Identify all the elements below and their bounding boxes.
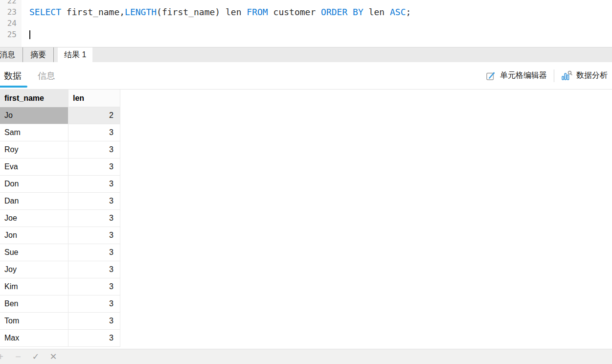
sql-statement: SELECT first_name,LENGTH(first_name) len…: [29, 7, 411, 17]
record-toolbar: + − ✓ ✕: [0, 349, 612, 364]
tab-summary[interactable]: 摘要: [23, 47, 54, 62]
sql-editor[interactable]: 22 23 24 25 SELECT first_name,LENGTH(fir…: [0, 0, 612, 47]
sql-code-area[interactable]: SELECT first_name,LENGTH(first_name) len…: [22, 0, 612, 47]
cell-first-name[interactable]: Roy: [0, 141, 68, 159]
cell-len[interactable]: 3: [68, 313, 120, 330]
table-row[interactable]: Jon3: [0, 227, 612, 244]
cell-first-name[interactable]: Ben: [0, 296, 68, 313]
sql-text: first_name,: [61, 7, 125, 17]
cell-first-name[interactable]: Jo: [0, 107, 68, 124]
table-row[interactable]: Dan3: [0, 193, 612, 210]
cell-len[interactable]: 3: [68, 278, 120, 296]
cell-first-name[interactable]: Dan: [0, 193, 68, 210]
delete-record-icon[interactable]: −: [9, 351, 27, 363]
sql-text: len: [363, 7, 390, 17]
cell-first-name[interactable]: Don: [0, 176, 68, 193]
add-record-icon[interactable]: +: [0, 351, 9, 363]
cell-len[interactable]: 3: [68, 176, 120, 193]
cell-len[interactable]: 3: [68, 296, 120, 313]
column-header-first-name[interactable]: first_name: [0, 90, 68, 107]
toolbar-actions: 单元格编辑器 数据分析: [486, 62, 608, 89]
apply-changes-icon[interactable]: ✓: [27, 351, 45, 362]
table-row[interactable]: Joe3: [0, 210, 612, 227]
data-analysis-button[interactable]: 数据分析: [561, 70, 608, 81]
table-row[interactable]: Sue3: [0, 244, 612, 261]
cell-len[interactable]: 3: [68, 141, 120, 159]
cell-first-name[interactable]: Jon: [0, 227, 68, 244]
table-row[interactable]: Tom3: [0, 313, 612, 330]
line-number: 24: [0, 18, 17, 29]
active-tab-underline: [0, 86, 27, 88]
table-row[interactable]: Joy3: [0, 261, 612, 278]
tab-info-label: 信息: [38, 70, 55, 82]
cell-len[interactable]: 3: [68, 124, 120, 141]
line-number-gutter: 22 23 24 25: [0, 0, 22, 47]
sql-keyword: SELECT: [29, 7, 61, 17]
table-row[interactable]: Roy3: [0, 141, 612, 159]
cell-editor-button[interactable]: 单元格编辑器: [486, 70, 547, 81]
line-number: 23: [0, 6, 17, 18]
grid-header: first_name len: [0, 90, 612, 107]
table-row[interactable]: Ben3: [0, 296, 612, 313]
cell-first-name[interactable]: Joe: [0, 210, 68, 227]
cell-len[interactable]: 2: [68, 107, 120, 124]
cell-first-name[interactable]: Sam: [0, 124, 68, 141]
column-header-len[interactable]: len: [68, 90, 120, 107]
table-row[interactable]: Don3: [0, 176, 612, 193]
sql-keyword: ORDER BY: [321, 7, 363, 17]
sql-keyword: LENGTH: [125, 7, 157, 17]
cell-len[interactable]: 3: [68, 193, 120, 210]
sql-line-25[interactable]: [29, 29, 612, 40]
cell-first-name[interactable]: Sue: [0, 244, 68, 261]
cell-len[interactable]: 3: [68, 261, 120, 278]
sql-line-24[interactable]: [29, 18, 612, 29]
table-row[interactable]: Max3: [0, 330, 612, 347]
table-row[interactable]: Eva3: [0, 159, 612, 176]
sql-text: ;: [406, 7, 411, 17]
data-analysis-label: 数据分析: [576, 70, 608, 81]
toolbar-divider: [554, 69, 554, 82]
cell-len[interactable]: 3: [68, 330, 120, 347]
table-row[interactable]: Jo2: [0, 107, 612, 124]
cell-first-name[interactable]: Kim: [0, 278, 68, 296]
sql-line-23[interactable]: SELECT first_name,LENGTH(first_name) len…: [29, 6, 612, 18]
table-row[interactable]: Sam3: [0, 124, 612, 141]
chart-search-icon: [561, 70, 573, 81]
pencil-edit-icon: [486, 70, 497, 81]
sql-text: (first_name) len: [157, 7, 247, 17]
cell-len[interactable]: 3: [68, 210, 120, 227]
tab-messages[interactable]: 消息: [0, 47, 23, 62]
tab-info[interactable]: 信息: [38, 62, 55, 89]
cell-len[interactable]: 3: [68, 227, 120, 244]
table-row[interactable]: Kim3: [0, 278, 612, 296]
cell-len[interactable]: 3: [68, 159, 120, 176]
sql-line-22[interactable]: [29, 0, 612, 6]
tab-data-label: 数据: [4, 70, 22, 82]
result-grid: first_name len Jo2Sam3Roy3Eva3Don3Dan3Jo…: [0, 90, 612, 349]
cell-first-name[interactable]: Joy: [0, 261, 68, 278]
discard-changes-icon[interactable]: ✕: [45, 351, 62, 362]
cell-first-name[interactable]: Eva: [0, 159, 68, 176]
result-view-toolbar: 数据 信息 单元格编辑器: [0, 62, 612, 90]
sql-keyword: FROM: [247, 7, 268, 17]
sql-text: customer: [268, 7, 321, 17]
query-result-window: 22 23 24 25 SELECT first_name,LENGTH(fir…: [0, 0, 612, 364]
text-cursor: [29, 30, 30, 39]
cell-first-name[interactable]: Max: [0, 330, 68, 347]
cell-first-name[interactable]: Tom: [0, 313, 68, 330]
cell-len[interactable]: 3: [68, 244, 120, 261]
cell-editor-label: 单元格编辑器: [500, 70, 547, 81]
tab-data[interactable]: 数据: [4, 62, 22, 89]
line-number: 22: [0, 0, 17, 6]
sql-keyword: ASC: [390, 7, 406, 17]
line-number: 25: [0, 29, 17, 40]
result-tab-bar: 消息 摘要 结果 1: [0, 47, 612, 62]
grid-body: Jo2Sam3Roy3Eva3Don3Dan3Joe3Jon3Sue3Joy3K…: [0, 107, 612, 347]
tab-result-1[interactable]: 结果 1: [58, 47, 92, 62]
